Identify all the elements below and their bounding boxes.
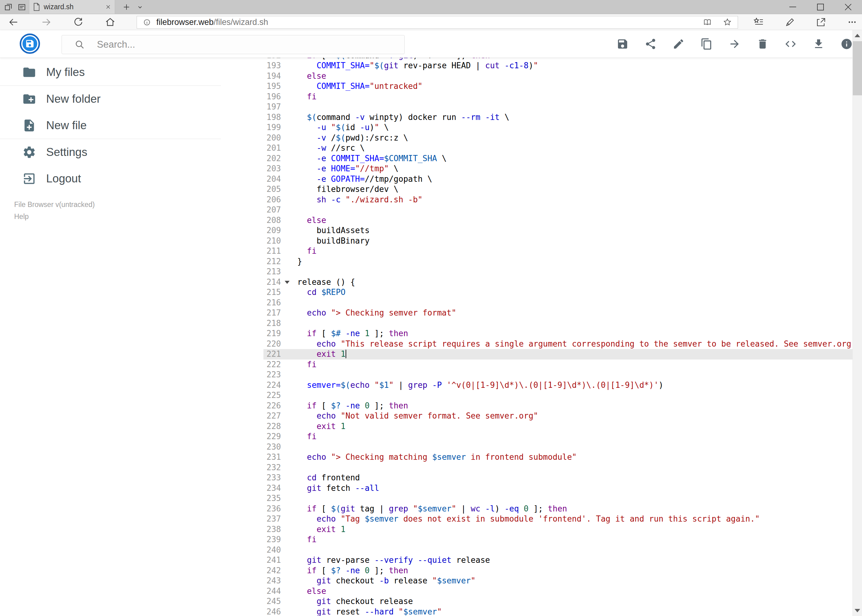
code-line[interactable]: 227 echo "Not valid semver format. See s… xyxy=(228,411,853,421)
code-line[interactable]: 245 git checkout release xyxy=(228,596,853,607)
code-line[interactable]: 243 git checkout -b release "$semver" xyxy=(228,576,853,586)
code-line[interactable]: 206 sh -c "./wizard.sh -b" xyxy=(228,195,853,205)
code-line[interactable]: 235 xyxy=(228,493,853,504)
tabs-aside-icon[interactable] xyxy=(16,1,28,13)
sidebar-item-new-folder[interactable]: New folder xyxy=(0,86,228,112)
code-line[interactable]: 226 if [ $? -ne 0 ]; then xyxy=(228,401,853,411)
code-line[interactable]: 237 echo "Tag $semver does not exist in … xyxy=(228,514,853,524)
save-icon[interactable] xyxy=(616,38,629,50)
sidebar-item-new-file[interactable]: New file xyxy=(0,112,228,139)
browser-tab[interactable]: wizard.sh xyxy=(29,0,115,14)
sidebar-item-settings[interactable]: Settings xyxy=(0,139,228,165)
code-line[interactable]: 244 else xyxy=(228,586,853,597)
reading-view-icon[interactable] xyxy=(703,17,712,27)
code-line[interactable]: 217 echo "> Checking semver format" xyxy=(228,308,853,318)
forward-icon[interactable] xyxy=(41,17,52,28)
filebrowser-logo[interactable] xyxy=(20,33,40,54)
scroll-up-icon[interactable] xyxy=(855,34,860,37)
sidebar-item-my-files[interactable]: My files xyxy=(0,59,228,85)
code-line[interactable]: 216 xyxy=(228,298,853,308)
web-note-pen-icon[interactable] xyxy=(785,17,796,28)
code-line[interactable]: 236 if [ $(git tag | grep "$semver" | wc… xyxy=(228,504,853,514)
code-line[interactable]: 238 exit 1 xyxy=(228,524,853,535)
code-line[interactable]: 195 COMMIT_SHA="untracked" xyxy=(228,81,853,92)
tab-close-icon[interactable] xyxy=(105,4,111,10)
rename-pencil-icon[interactable] xyxy=(673,38,685,50)
share-file-icon[interactable] xyxy=(645,38,657,50)
code-line[interactable]: 209 buildAssets xyxy=(228,225,853,236)
code-line[interactable]: 204 -e GOPATH=//tmp/gopath \ xyxy=(228,174,853,184)
code-line[interactable]: 194 else xyxy=(228,71,853,82)
code-line[interactable]: 211 fi xyxy=(228,246,853,256)
search-input[interactable] xyxy=(96,39,404,50)
close-button[interactable] xyxy=(834,0,862,14)
search-bar[interactable] xyxy=(61,35,405,54)
code-line[interactable]: 192 if [ "$(command -v git)" != "" ]; th… xyxy=(228,58,853,61)
code-line[interactable]: 229 fi xyxy=(228,432,853,442)
code-line[interactable]: 233 cd frontend xyxy=(228,473,853,483)
code-line[interactable]: 215 cd $REPO xyxy=(228,287,853,298)
code-line[interactable]: 200 -v /$(pwd):/src:z \ xyxy=(228,133,853,143)
url-field[interactable]: filebrowser.web/files/wizard.sh xyxy=(137,16,738,28)
code-line[interactable]: 193 COMMIT_SHA="$(git rev-parse HEAD | c… xyxy=(228,61,853,71)
home-icon[interactable] xyxy=(105,17,116,28)
info-icon[interactable] xyxy=(840,38,853,50)
more-options-icon[interactable] xyxy=(846,17,858,28)
code-line[interactable]: 232 xyxy=(228,462,853,473)
scroll-down-icon[interactable] xyxy=(855,609,860,612)
code-line[interactable]: 224 semver=$(echo "$1" | grep -P '^v(0|[… xyxy=(228,380,853,391)
code-line[interactable]: 241 git rev-parse --verify --quiet relea… xyxy=(228,555,853,566)
code-line[interactable]: 239 fi xyxy=(228,534,853,545)
sidebar-item-logout[interactable]: Logout xyxy=(0,165,228,192)
code-line[interactable]: 196 fi xyxy=(228,92,853,102)
code-line[interactable]: 213 xyxy=(228,267,853,277)
code-line[interactable]: 203 -e HOME="//tmp" \ xyxy=(228,163,853,174)
code-line[interactable]: 210 buildBinary xyxy=(228,236,853,246)
code-line[interactable]: 240 xyxy=(228,545,853,555)
code-line[interactable]: 197 xyxy=(228,102,853,112)
new-tab-icon[interactable] xyxy=(121,1,132,13)
site-info-icon[interactable] xyxy=(142,18,151,27)
refresh-icon[interactable] xyxy=(72,17,84,28)
source-code-icon[interactable] xyxy=(785,38,797,50)
code-line[interactable]: 199 -u "$(id -u)" \ xyxy=(228,123,853,133)
share-icon[interactable] xyxy=(816,17,827,28)
copy-icon[interactable] xyxy=(700,38,713,50)
code-line[interactable]: 208 else xyxy=(228,215,853,226)
code-line[interactable]: 230 xyxy=(228,442,853,453)
code-line[interactable]: 205 filebrowser/dev \ xyxy=(228,184,853,195)
code-line[interactable]: 246 git reset --hard "$semver" xyxy=(228,607,853,616)
code-line[interactable]: 219 if [ $# -ne 1 ]; then xyxy=(228,328,853,339)
maximize-button[interactable] xyxy=(807,0,834,14)
fold-marker-icon[interactable] xyxy=(285,281,290,284)
code-line[interactable]: 214release () { xyxy=(228,277,853,288)
code-line[interactable]: 223 xyxy=(228,370,853,380)
vertical-scrollbar[interactable] xyxy=(853,30,862,616)
code-line[interactable]: 202 -e COMMIT_SHA=$COMMIT_SHA \ xyxy=(228,154,853,164)
download-icon[interactable] xyxy=(812,38,825,50)
code-line[interactable]: 231 echo "> Checking matching $semver in… xyxy=(228,452,853,462)
code-line[interactable]: 228 exit 1 xyxy=(228,421,853,432)
move-arrow-icon[interactable] xyxy=(728,38,741,50)
minimize-button[interactable] xyxy=(779,0,807,14)
code-line[interactable]: 234 git fetch --all xyxy=(228,483,853,493)
code-line[interactable]: 207 xyxy=(228,205,853,215)
code-editor[interactable]: 192 if [ "$(command -v git)" != "" ]; th… xyxy=(228,58,853,616)
code-line[interactable]: 221 exit 1 xyxy=(228,349,853,360)
set-tabs-aside-icon[interactable] xyxy=(2,1,14,13)
code-line[interactable]: 225 xyxy=(228,390,853,401)
code-line[interactable]: 198 $(command -v winpty) docker run --rm… xyxy=(228,112,853,123)
hub-favorites-icon[interactable] xyxy=(753,17,764,28)
tab-preview-chevron-icon[interactable] xyxy=(134,1,146,13)
code-line[interactable]: 212} xyxy=(228,256,853,267)
code-line[interactable]: 218 xyxy=(228,318,853,329)
back-icon[interactable] xyxy=(8,17,19,28)
code-line[interactable]: 242 if [ $? -ne 0 ]; then xyxy=(228,566,853,576)
delete-trash-icon[interactable] xyxy=(756,38,769,50)
code-line[interactable]: 220 echo "This release script requires a… xyxy=(228,339,853,349)
favorite-star-icon[interactable] xyxy=(723,17,732,27)
scrollbar-thumb[interactable] xyxy=(853,41,862,95)
code-line[interactable]: 201 -w //src \ xyxy=(228,143,853,154)
help-link[interactable]: Help xyxy=(14,212,228,221)
code-line[interactable]: 222 fi xyxy=(228,360,853,370)
